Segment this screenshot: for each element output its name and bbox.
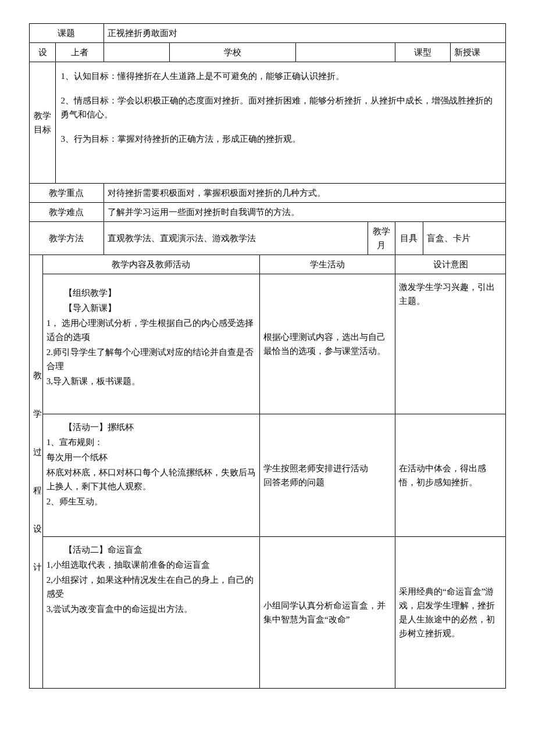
t2-p4: 杯底对杯底，杯口对杯口每个人轮流摞纸杯，失败后马上换人，剩下其他人观察。 xyxy=(47,465,256,493)
designer-value xyxy=(104,43,169,62)
t3-p1: 【活动二】命运盲盒 xyxy=(47,543,256,557)
col-student-header: 学生活动 xyxy=(260,255,395,274)
t2-p3: 每次用一个纸杯 xyxy=(47,450,256,464)
t3-p2: 1,小组选取代表，抽取课前准备的命运盲盒 xyxy=(47,558,256,572)
process-vertical-label: 教学过程 设计 xyxy=(30,255,43,689)
key-point-label: 教学重点 xyxy=(30,184,104,203)
designer-label-1: 设 xyxy=(30,43,56,62)
t1-p4: 2.师引导学生了解每个心理测试对应的结论并自查是否合理 xyxy=(47,345,256,373)
tool-value: 盲盒、卡片 xyxy=(423,222,506,255)
lesson-plan-document: 课题 正视挫折勇敢面对 设 上者 学校 课型 新授课 教学目标 1、认知目标：懂… xyxy=(29,23,506,689)
t2-p2: 1、宣布规则： xyxy=(47,435,256,449)
student-activity-2: 学生按照老师安排进行活动 回答老师的问题 xyxy=(260,414,395,537)
t2-p1: 【活动一】摞纸杯 xyxy=(47,420,256,434)
teacher-activity-1: 【组织教学】 【导入新课】 1， 选用心理测试分析，学生根据自己的内心感受选择适… xyxy=(42,274,259,414)
student-activity-3: 小组同学认真分析命运盲盒，并集中智慧为盲盒“改命” xyxy=(260,537,395,689)
design-intent-1: 激发学生学习兴趣，引出主题。 xyxy=(395,274,506,414)
goal-2: 2、情感目标：学会以积极正确的态度面对挫折。面对挫折困难，能够分析挫折，从挫折中… xyxy=(60,94,501,121)
t1-p3: 1， 选用心理测试分析，学生根据自己的内心感受选择适合的选项 xyxy=(47,316,256,344)
class-type-value: 新授课 xyxy=(450,43,505,62)
school-value xyxy=(295,43,395,62)
topic-label: 课题 xyxy=(30,24,104,43)
method-value: 直观教学法、直观演示法、游戏教学法 xyxy=(104,222,368,255)
school-label: 学校 xyxy=(170,43,296,62)
topic-value: 正视挫折勇敢面对 xyxy=(104,24,505,43)
col-teacher-header: 教学内容及教师活动 xyxy=(42,255,259,274)
t2-p5: 2、师生互动。 xyxy=(47,495,256,508)
t3-p3: 2,小组探讨，如果这种情况发生在自己的身上，自己的感受 xyxy=(47,573,256,601)
teacher-activity-3: 【活动二】命运盲盒 1,小组选取代表，抽取课前准备的命运盲盒 2,小组探讨，如果… xyxy=(42,537,259,689)
key-point-value: 对待挫折需要积极面对，掌握积极面对挫折的几种方式。 xyxy=(104,184,505,203)
tool-label-1: 教学月 xyxy=(368,222,395,255)
lesson-plan-table: 课题 正视挫折勇敢面对 设 上者 学校 课型 新授课 教学目标 1、认知目标：懂… xyxy=(29,23,506,689)
design-intent-2: 在活动中体会，得出感悟，初步感知挫折。 xyxy=(395,414,506,537)
t3-p4: 3,尝试为改变盲盒中的命运提出方法。 xyxy=(47,602,256,616)
goal-3: 3、行为目标：掌握对待挫折的正确方法，形成正确的挫折观。 xyxy=(60,132,501,146)
design-intent-3: 采用经典的“命运盲盒”游戏，启发学生理解，挫折是人生旅途中的必然，初步树立挫折观… xyxy=(395,537,506,689)
difficulty-label: 教学难点 xyxy=(30,203,104,222)
goals-content: 1、认知目标：懂得挫折在人生道路上是不可避免的，能够正确认识挫折。 2、情感目标… xyxy=(56,62,506,184)
designer-label-2: 上者 xyxy=(56,43,104,62)
goal-1: 1、认知目标：懂得挫折在人生道路上是不可避免的，能够正确认识挫折。 xyxy=(60,69,501,83)
method-label: 教学方法 xyxy=(30,222,104,255)
teacher-activity-2: 【活动一】摞纸杯 1、宣布规则： 每次用一个纸杯 杯底对杯底，杯口对杯口每个人轮… xyxy=(42,414,259,537)
tool-label-2: 目具 xyxy=(395,222,423,255)
col-intent-header: 设计意图 xyxy=(395,255,506,274)
goals-label: 教学目标 xyxy=(30,62,56,184)
t1-p1: 【组织教学】 xyxy=(47,286,256,300)
difficulty-value: 了解并学习运用一些面对挫折时自我调节的方法。 xyxy=(104,203,505,222)
t1-p2: 【导入新课】 xyxy=(47,301,256,315)
student-activity-1: 根据心理测试内容，选出与自己最恰当的选项，参与课堂活动。 xyxy=(260,274,395,414)
class-type-label: 课型 xyxy=(395,43,451,62)
t1-p5: 3,导入新课，板书课题。 xyxy=(47,374,256,388)
